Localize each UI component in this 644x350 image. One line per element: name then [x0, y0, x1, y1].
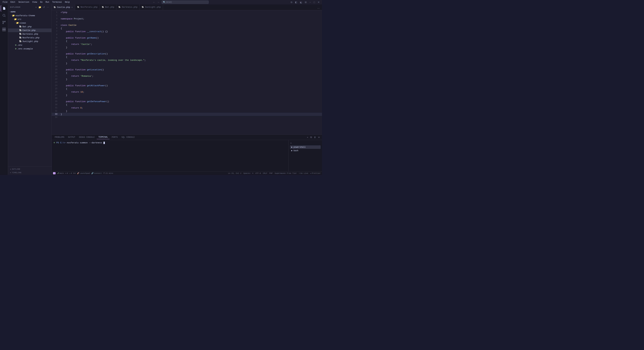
status-spaces[interactable]: Spaces: 4 [243, 172, 253, 174]
status-language[interactable]: PHP [269, 172, 273, 174]
tree-item-views[interactable]: ▾ 📁 views [8, 21, 52, 25]
nav-back-button[interactable]: ← [152, 0, 156, 4]
close-terminal-button[interactable]: ✕ [317, 136, 321, 139]
activity-explorer[interactable] [1, 5, 8, 12]
tab-close-castle[interactable]: ✕ [71, 6, 73, 9]
timeline-section[interactable]: ▸ TIMELINE [8, 171, 52, 174]
refresh-button[interactable]: ↺ [42, 6, 46, 9]
status-ln-col[interactable]: Ln 33, Col 2 [228, 172, 241, 174]
outline-arrow: ▸ [10, 168, 11, 170]
layout-button[interactable]: ⧉ [290, 0, 293, 4]
menu-terminal[interactable]: Terminal [51, 1, 63, 4]
minimize-button[interactable]: − [308, 0, 312, 4]
status-timer[interactable]: ⏱ 23 mins [103, 172, 113, 174]
status-prettier[interactable]: ✦ Prettier [310, 172, 321, 174]
tree-item-darkness-php[interactable]: 🐘 Darkness.php [8, 32, 52, 36]
code-line-27: 27 } [52, 94, 322, 97]
tree-item-nosferatu-php[interactable]: 🐘 Nosferatu.php [8, 36, 52, 39]
code-line-13: 13 [52, 49, 322, 52]
line-number-25: 25 [52, 87, 60, 90]
line-number-28: 28 [52, 97, 60, 100]
titlebar-left: File Edit Selection View Go Run Terminal… [1, 1, 71, 4]
menu-file[interactable]: File [1, 1, 9, 4]
collapse-all-button[interactable]: ⋯ [46, 6, 50, 9]
line-content-34 [60, 116, 61, 119]
sidebar: EXPLORER + 📁 ↺ ⋯ ▾ DEMO ▾ 📁 nosferatu-th… [8, 4, 52, 175]
status-remote-button[interactable]: ⚡ [53, 172, 56, 174]
panel-toggle-button[interactable]: ⬕ [299, 0, 303, 4]
tab-bar: 🐘 Castle.php ✕ 🐘 Nosferatu.php 🐘 Bat.php… [52, 4, 322, 10]
menu-go[interactable]: Go [39, 1, 44, 4]
tab-darkness[interactable]: 🐘 Darkness.php [116, 4, 140, 10]
code-editor[interactable]: 1 <?php 2 3 namespace Project; 4 5 class… [52, 10, 322, 135]
maximize-terminal-button[interactable]: ⬆ [313, 136, 317, 139]
status-launchpad[interactable]: 🚀 Launchpad [77, 172, 90, 174]
tab-sunlight[interactable]: 🐘 Sunlight.php [140, 4, 163, 10]
close-button[interactable]: ✕ [317, 0, 321, 4]
new-folder-button[interactable]: 📁 [38, 6, 42, 9]
timeline-label: TIMELINE [12, 172, 22, 174]
status-go-live[interactable]: ⚡ Go Live [299, 172, 308, 174]
outline-section[interactable]: ▸ OUTLINE [8, 167, 52, 171]
split-terminal-button[interactable]: ⧉ [310, 136, 312, 139]
tree-item-demo[interactable]: ▾ DEMO [8, 10, 52, 14]
menu-view[interactable]: View [31, 1, 38, 4]
activity-search[interactable] [1, 12, 8, 19]
tab-bat[interactable]: 🐘 Bat.php [100, 4, 116, 10]
line-content-14: public function getDescription() [60, 52, 108, 55]
status-errors[interactable]: ✕ 0 [65, 172, 68, 174]
terminal-shell-bash[interactable]: ▶ bash [290, 149, 321, 152]
terminal-tab-output[interactable]: OUTPUT [66, 136, 77, 139]
maximize-button[interactable]: □ [312, 0, 316, 4]
activity-extensions[interactable] [1, 26, 8, 33]
svg-rect-6 [2, 30, 4, 31]
nav-forward-button[interactable]: → [157, 0, 160, 4]
status-git-branch[interactable]: ⎇ main [57, 172, 64, 174]
tab-nosferatu[interactable]: 🐘 Nosferatu.php [75, 4, 100, 10]
menu-run[interactable]: Run [44, 1, 51, 4]
menu-help[interactable]: Help [64, 1, 71, 4]
terminal-tab-terminal[interactable]: TERMINAL [96, 135, 110, 139]
menu-selection[interactable]: Selection [17, 1, 31, 4]
tree-item-nosferatu-theme[interactable]: ▾ 📁 nosferatu-theme [8, 14, 52, 17]
menu-edit[interactable]: Edit [9, 1, 17, 4]
line-number-11: 11 [52, 43, 60, 46]
terminal-output[interactable]: ⊙ PS C:\> nosferatu summon --darkness [52, 140, 288, 171]
terminal-tab-ports[interactable]: PORTS [110, 136, 120, 139]
tab-icon-nosferatu: 🐘 [77, 6, 80, 8]
new-file-button[interactable]: + [35, 6, 37, 9]
sidebar-toggle-button[interactable]: ◧ [294, 0, 298, 4]
line-content-23 [60, 81, 61, 84]
line-content-16: return "Nosferatu's castle, looming over… [60, 59, 146, 62]
terminal-tab-sql[interactable]: SQL CONSOLE [120, 136, 136, 139]
new-terminal-button[interactable]: + [290, 141, 292, 145]
status-warnings[interactable]: ⚠ 0 [69, 172, 72, 174]
tree-item-castle-php[interactable]: 🐘 Castle.php [8, 28, 52, 32]
tree-item-sunlight-php[interactable]: 🐘 Sunlight.php [8, 39, 52, 43]
ln-col-value: Ln 33, Col 2 [228, 172, 241, 174]
tree-label-nosferatu-php: Nosferatu.php [22, 36, 40, 39]
status-connect[interactable]: 🔗 Connect [91, 172, 102, 174]
terminal-tab-problems[interactable]: PROBLEMS [53, 136, 66, 139]
activity-source-control[interactable] [1, 19, 8, 26]
tree-item-env[interactable]: ⚙ .env [8, 43, 52, 47]
editor-more-actions-button[interactable]: ⋯ [316, 7, 321, 10]
line-number-4: 4 [52, 20, 60, 24]
tree-item-src[interactable]: ▾ 📁 src [8, 17, 52, 21]
line-number-27: 27 [52, 94, 60, 97]
line-content-30: { [60, 103, 67, 106]
tree-item-bat-php[interactable]: 🐘 Bat.php [8, 25, 52, 28]
status-encoding[interactable]: UTF-8 [255, 172, 261, 174]
status-info-count[interactable]: ℹ 0 [74, 172, 76, 174]
search-input[interactable] [162, 0, 209, 4]
layout-options-button[interactable]: ⊞ [304, 0, 308, 4]
tree-arrow-demo: ▾ [10, 11, 10, 13]
status-supermaven[interactable]: Supermaven Free Tier [275, 172, 297, 174]
code-line-9: 9 public function getName() [52, 36, 322, 39]
status-line-ending[interactable]: CRLF [263, 172, 267, 174]
add-terminal-button[interactable]: + [306, 136, 309, 139]
terminal-tab-debug[interactable]: DEBUG CONSOLE [77, 136, 96, 139]
terminal-shell-powershell[interactable]: ▶ powershell [290, 145, 321, 149]
tree-item-env-example[interactable]: ⚙ .env.example [8, 47, 52, 51]
tab-castle[interactable]: 🐘 Castle.php ✕ [52, 4, 75, 10]
